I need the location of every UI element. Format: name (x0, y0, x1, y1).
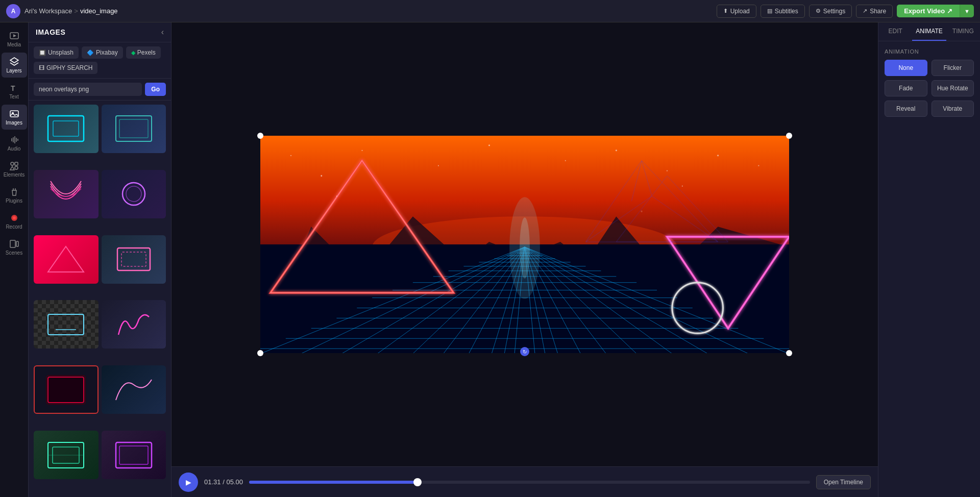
source-tab-unsplash[interactable]: 🔲 Unsplash (34, 46, 79, 59)
play-icon: ▶ (186, 478, 191, 486)
list-item[interactable] (34, 235, 99, 284)
right-panel-content: ANIMATION None Flicker Fade Hue Rotate R… (878, 41, 980, 124)
image-thumbnail (45, 244, 86, 275)
timeline-thumb[interactable] (413, 478, 422, 486)
image-thumbnail (113, 113, 154, 144)
workspace-name: Ari's Workspace (24, 7, 72, 15)
list-item[interactable] (34, 431, 99, 479)
svg-marker-1 (13, 34, 16, 37)
resize-handle-bc[interactable]: ↻ (520, 347, 529, 356)
svg-rect-21 (121, 252, 146, 266)
source-tab-giphy[interactable]: 🎞 GIPHY SEARCH (34, 62, 97, 74)
svg-rect-24 (48, 377, 84, 403)
svg-point-18 (126, 186, 141, 202)
svg-rect-16 (119, 119, 148, 138)
elements-icon (9, 161, 19, 171)
image-thumbnail (45, 309, 86, 340)
subtitles-button[interactable]: ▤ Subtitles (761, 5, 805, 18)
list-item[interactable] (34, 105, 99, 153)
tab-timing[interactable]: TIMING (946, 22, 980, 41)
time-display: 01.31 / 05.00 (204, 478, 243, 486)
sidebar-item-scenes[interactable]: Scenes (2, 235, 27, 260)
canvas-area: ↻ (172, 22, 878, 497)
sidebar-item-images[interactable]: Images (2, 105, 27, 130)
file-name: video_image (80, 7, 118, 15)
giphy-icon: 🎞 (39, 65, 44, 71)
anim-vibrate-button[interactable]: Vibrate (932, 101, 974, 117)
canvas-image (260, 136, 789, 353)
resize-handle-br[interactable] (786, 350, 792, 356)
svg-rect-3 (10, 111, 18, 117)
list-item[interactable] (34, 300, 99, 349)
svg-point-81 (438, 165, 439, 166)
anim-none-button[interactable]: None (885, 60, 927, 76)
sidebar-item-record[interactable]: Record (2, 209, 27, 234)
canvas-container[interactable]: ↻ (172, 22, 878, 466)
share-button[interactable]: ↗ Share (856, 5, 893, 18)
canvas-svg (260, 136, 789, 353)
source-tab-pixabay[interactable]: 🔷 Pixabay (82, 46, 123, 59)
svg-point-5 (11, 162, 14, 165)
search-input[interactable] (34, 83, 142, 96)
main-area: Media Layers T Text Images Audio Element… (0, 22, 980, 497)
sidebar-item-text[interactable]: T Text (2, 79, 27, 104)
record-icon (9, 213, 19, 223)
go-button[interactable]: Go (145, 83, 166, 96)
svg-rect-14 (53, 121, 79, 136)
list-item[interactable] (102, 300, 166, 349)
svg-rect-12 (16, 241, 18, 246)
sidebar-item-media[interactable]: Media (2, 27, 27, 52)
anim-flicker-button[interactable]: Flicker (932, 60, 974, 76)
play-button[interactable]: ▶ (179, 473, 198, 492)
panel-title: IMAGES (36, 28, 65, 36)
sidebar-item-elements[interactable]: Elements (2, 157, 27, 182)
resize-handle-tl[interactable] (257, 133, 263, 139)
sidebar-item-layers[interactable]: Layers (2, 53, 27, 78)
source-tab-pexels[interactable]: ◆ Pexels (126, 46, 161, 59)
list-item[interactable] (102, 431, 166, 479)
text-icon: T (9, 83, 19, 93)
layers-icon (9, 57, 19, 67)
list-item[interactable] (102, 235, 166, 284)
svg-marker-19 (48, 246, 84, 272)
image-thumbnail (113, 375, 154, 405)
audio-icon (9, 135, 19, 145)
resize-handle-bl[interactable] (257, 350, 263, 356)
anim-reveal-button[interactable]: Reveal (885, 101, 927, 117)
export-icon: ↗ (947, 7, 952, 15)
pixabay-icon: 🔷 (87, 49, 94, 56)
tab-animate[interactable]: ANIMATE (912, 22, 946, 41)
panel-close-button[interactable]: ‹ (161, 28, 164, 37)
svg-point-80 (361, 150, 362, 151)
list-item[interactable] (102, 365, 166, 414)
svg-point-83 (565, 160, 566, 161)
tab-edit[interactable]: EDIT (878, 22, 912, 41)
sidebar-item-plugins[interactable]: Plugins (2, 183, 27, 208)
right-panel: EDIT ANIMATE TIMING ANIMATION None Flick… (878, 22, 980, 497)
sidebar-item-audio[interactable]: Audio (2, 131, 27, 156)
anim-fade-button[interactable]: Fade (885, 80, 927, 96)
list-item[interactable] (34, 170, 99, 218)
svg-point-88 (336, 195, 337, 196)
search-bar: Go (29, 79, 171, 101)
list-item[interactable] (102, 170, 166, 218)
open-timeline-button[interactable]: Open Timeline (816, 475, 871, 489)
anim-hue-rotate-button[interactable]: Hue Rotate (932, 80, 974, 96)
svg-point-79 (321, 175, 322, 177)
scenes-icon (9, 239, 19, 249)
settings-button[interactable]: ⚙ Settings (809, 5, 852, 18)
left-panel: IMAGES ‹ 🔲 Unsplash 🔷 Pixabay ◆ Pexels 🎞… (29, 22, 172, 497)
plugins-icon (9, 187, 19, 197)
export-video-button[interactable]: Export Video ↗ (897, 5, 960, 17)
list-item[interactable] (102, 105, 166, 153)
upload-button[interactable]: ⬆ Upload (717, 5, 756, 18)
timeline-progress (249, 481, 418, 484)
image-thumbnail (113, 440, 154, 470)
image-thumbnail (45, 179, 86, 209)
resize-handle-tr[interactable] (786, 133, 792, 139)
image-thumbnail (113, 179, 154, 209)
export-dropdown-button[interactable]: ▼ (960, 5, 974, 17)
sidebar-icons: Media Layers T Text Images Audio Element… (0, 22, 29, 497)
list-item[interactable] (34, 365, 99, 414)
timeline-track[interactable] (249, 481, 810, 484)
